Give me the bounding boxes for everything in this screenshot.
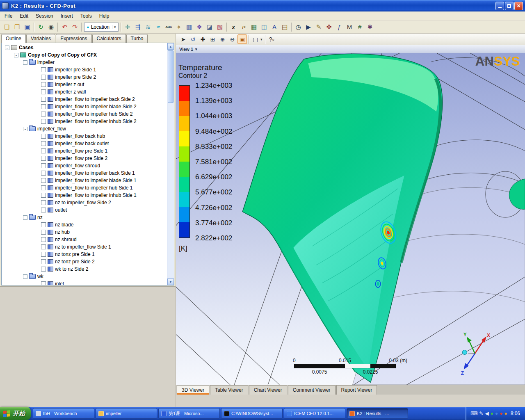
- menu-file[interactable]: File: [1, 12, 16, 20]
- tab-expressions[interactable]: Expressions: [56, 34, 91, 43]
- chevron-down-icon[interactable]: ▾: [260, 37, 262, 41]
- visibility-checkbox[interactable]: [41, 193, 46, 198]
- viewer-tab-chart[interactable]: Chart Viewer: [249, 385, 287, 395]
- taskbar-item[interactable]: C:\WINDOWS\syst...: [221, 408, 283, 419]
- tree-row[interactable]: impeller_flow to impeller back Side 2: [2, 96, 167, 103]
- chart-icon[interactable]: ◫: [259, 22, 269, 32]
- tree-row[interactable]: impeller_flow shroud: [2, 162, 167, 169]
- close-button[interactable]: ✕: [514, 2, 523, 10]
- visibility-checkbox[interactable]: [41, 200, 46, 205]
- tree-row[interactable]: -impeller_flow: [2, 125, 167, 132]
- tree-row[interactable]: impeller pre Side 2: [2, 73, 167, 81]
- visibility-checkbox[interactable]: [41, 89, 46, 94]
- tree-row[interactable]: impeller_flow to impeller back Side 1: [2, 169, 167, 177]
- visibility-checkbox[interactable]: [41, 259, 46, 264]
- tab-variables[interactable]: Variables: [26, 34, 55, 43]
- instance-transform-icon[interactable]: ❖: [194, 22, 205, 32]
- macro-icon[interactable]: M: [345, 22, 355, 32]
- menu-insert[interactable]: Insert: [57, 12, 77, 20]
- insert-streamline-icon[interactable]: ≈: [153, 22, 164, 32]
- tree-row[interactable]: nz tonz pre Side 1: [2, 251, 167, 258]
- function-icon[interactable]: ƒ: [334, 22, 345, 32]
- keyboard-icon[interactable]: ⌨: [470, 411, 477, 416]
- visibility-checkbox[interactable]: [41, 281, 46, 285]
- insert-text-icon[interactable]: ABC: [164, 22, 174, 32]
- tree-row[interactable]: -Copy of Copy of Copy of CFX: [2, 51, 167, 59]
- visibility-checkbox[interactable]: [41, 208, 46, 212]
- zoom-in-icon[interactable]: ⊕: [218, 34, 227, 44]
- tree-row[interactable]: impeller_flow to impeller hub Side 1: [2, 184, 167, 192]
- visibility-checkbox[interactable]: [41, 97, 46, 102]
- expand-toggle[interactable]: -: [23, 127, 27, 131]
- expand-toggle[interactable]: -: [14, 53, 18, 57]
- tree-row[interactable]: nz shroud: [2, 236, 167, 243]
- expand-toggle[interactable]: -: [5, 46, 9, 50]
- visibility-checkbox[interactable]: [41, 237, 46, 242]
- new-file-icon[interactable]: ❏: [2, 22, 12, 32]
- visibility-checkbox[interactable]: [41, 244, 46, 249]
- pen-icon[interactable]: ✎: [479, 411, 483, 416]
- visibility-checkbox[interactable]: [41, 112, 46, 116]
- tree-row[interactable]: nz tonz pre Side 2: [2, 258, 167, 265]
- snapshot-icon[interactable]: ◉: [46, 22, 56, 32]
- insert-vector-icon[interactable]: ⇶: [133, 22, 143, 32]
- maximize-button[interactable]: [505, 2, 514, 10]
- tree-row[interactable]: impeller z out: [2, 81, 167, 88]
- tree-row[interactable]: nz to impeller_flow Side 2: [2, 199, 167, 206]
- visibility-checkbox[interactable]: [41, 75, 46, 80]
- menu-session[interactable]: Session: [32, 12, 57, 20]
- colormap-icon[interactable]: ▧: [215, 22, 225, 32]
- tree-row[interactable]: impeller_flow to impeller blade Side 2: [2, 103, 167, 110]
- viewer-tab-report[interactable]: Report Viewer: [336, 385, 377, 395]
- viewer-tab-3d[interactable]: 3D Viewer: [177, 385, 209, 395]
- tab-outline[interactable]: Outline: [1, 34, 26, 43]
- options-icon[interactable]: ✱: [365, 22, 375, 32]
- tree-row[interactable]: impeller_flow pre Side 2: [2, 155, 167, 162]
- clip-plane-icon[interactable]: ◪: [205, 22, 215, 32]
- tree-row[interactable]: impeller_flow to impeller hub Side 2: [2, 110, 167, 118]
- tree-row[interactable]: impeller z wall: [2, 88, 167, 96]
- orange-status-icon[interactable]: ●: [504, 411, 507, 416]
- comment-icon[interactable]: A: [269, 22, 280, 32]
- refresh-icon[interactable]: ↻: [36, 22, 46, 32]
- taskbar-item[interactable]: ICEM CFD 12.0.1...: [284, 408, 345, 419]
- tab-calculators[interactable]: Calculators: [92, 34, 126, 43]
- tree-row[interactable]: impeller_flow to impeller inhub Side 1: [2, 192, 167, 199]
- fit-view-icon[interactable]: ▣: [237, 34, 247, 44]
- coord-frame-icon[interactable]: ⌖: [174, 22, 184, 32]
- tree-row[interactable]: impeller_flow to impeller inhub Side 2: [2, 118, 167, 125]
- viewer-tab-table[interactable]: Table Viewer: [210, 385, 248, 395]
- expressions-icon[interactable]: x: [228, 22, 239, 32]
- tab-turbo[interactable]: Turbo: [126, 34, 148, 43]
- tree-row[interactable]: wk to nz Side 2: [2, 265, 167, 273]
- mesh-calculator-icon[interactable]: #: [355, 22, 365, 32]
- red-status-icon[interactable]: ●: [500, 411, 502, 416]
- visibility-checkbox[interactable]: [41, 134, 46, 139]
- visibility-checkbox[interactable]: [41, 163, 46, 168]
- visibility-checkbox[interactable]: [41, 82, 46, 87]
- select-icon[interactable]: ➤: [178, 34, 188, 44]
- visibility-checkbox[interactable]: [41, 67, 46, 72]
- tree-row[interactable]: nz to impeller_flow Side 1: [2, 243, 167, 251]
- scroll-down-button[interactable]: ▼: [167, 278, 174, 285]
- taskbar-item[interactable]: 第1课 - Microso...: [158, 408, 220, 419]
- view-selector[interactable]: View 1 ▾: [176, 45, 525, 53]
- tree-row[interactable]: nz hub: [2, 228, 167, 236]
- zoom-out-icon[interactable]: ⊖: [228, 34, 237, 44]
- scroll-thumb[interactable]: [168, 50, 173, 103]
- insert-plane-icon[interactable]: ✛: [123, 22, 133, 32]
- blue-status-icon[interactable]: ●: [495, 411, 498, 416]
- visibility-checkbox[interactable]: [41, 104, 46, 109]
- visibility-checkbox[interactable]: [41, 222, 46, 227]
- undo-icon[interactable]: ↶: [59, 22, 70, 32]
- zoom-box-icon[interactable]: ⊞: [208, 34, 217, 44]
- expand-toggle[interactable]: -: [23, 215, 27, 220]
- legend-icon[interactable]: ▥: [184, 22, 194, 32]
- green-status-icon[interactable]: ●: [491, 411, 493, 416]
- tree-row[interactable]: impeller_flow back hub: [2, 132, 167, 140]
- table-icon[interactable]: ▦: [249, 22, 259, 32]
- animation-icon[interactable]: ▶: [304, 22, 314, 32]
- visibility-checkbox[interactable]: [41, 119, 46, 124]
- viewer-tab-comment[interactable]: Comment Viewer: [288, 385, 336, 395]
- pan-icon[interactable]: ✚: [198, 34, 208, 44]
